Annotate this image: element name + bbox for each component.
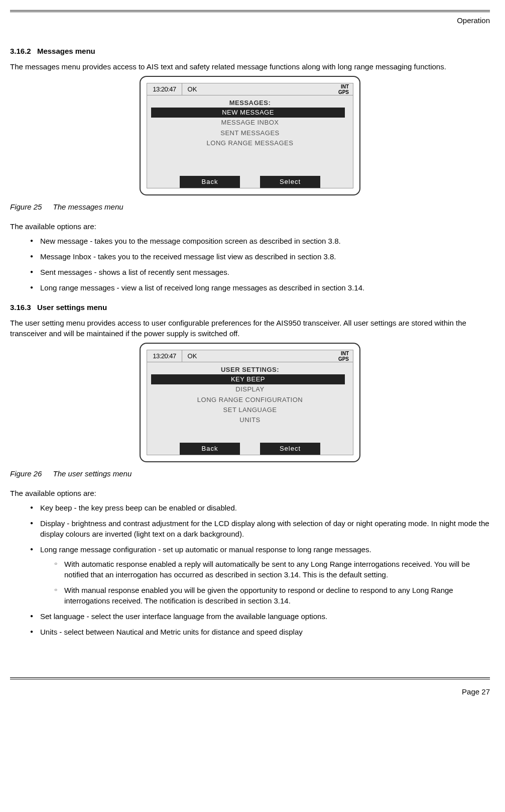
menu-title: USER SETTINGS: — [151, 365, 349, 374]
figure-25-caption: Figure 25 The messages menu — [10, 201, 490, 212]
footer-rule-1 — [10, 677, 490, 678]
device-frame: 13:20:47 OK INT GPS USER SETTINGS: KEY B… — [140, 343, 360, 462]
section-number: 3.16.2 — [10, 46, 31, 56]
menu-item-display[interactable]: DISPLAY — [151, 384, 349, 394]
device-frame: 13:20:47 OK INT GPS MESSAGES: NEW MESSAG… — [140, 76, 360, 195]
status-gps: INT GPS — [202, 83, 353, 95]
opt-long-range-messages: Long range messages - view a list of rec… — [30, 282, 490, 293]
menu-item-long-range-messages[interactable]: LONG RANGE MESSAGES — [151, 138, 349, 148]
status-ok: OK — [182, 83, 202, 95]
status-int: INT — [341, 351, 349, 356]
status-gps-label: GPS — [338, 89, 349, 95]
status-gps-label: GPS — [338, 356, 349, 362]
menu-item-units[interactable]: UNITS — [151, 415, 349, 425]
menu-item-new-message[interactable]: NEW MESSAGE — [151, 108, 345, 118]
back-button[interactable]: Back — [180, 443, 240, 455]
status-time: 13:20:47 — [147, 83, 182, 95]
status-time: 13:20:47 — [147, 350, 182, 362]
lcd-status-bar: 13:20:47 OK INT GPS — [147, 350, 353, 362]
long-range-sublist: With automatic response enabled a reply … — [40, 559, 490, 606]
footer-rule-2 — [10, 679, 490, 679]
menu-item-key-beep[interactable]: KEY BEEP — [151, 374, 345, 384]
opt-long-range-config: Long range message configuration - set u… — [30, 544, 490, 606]
status-int: INT — [341, 84, 349, 89]
options-intro-2: The available options are: — [10, 488, 490, 498]
back-button[interactable]: Back — [180, 176, 240, 188]
section-title: User settings menu — [37, 303, 107, 312]
opt-sent-messages: Sent messages - shows a list of recently… — [30, 267, 490, 277]
menu-item-message-inbox[interactable]: MESSAGE INBOX — [151, 118, 349, 128]
user-settings-intro: The user setting menu provides access to… — [10, 318, 490, 339]
opt-message-inbox: Message Inbox - takes you to the receive… — [30, 251, 490, 262]
section-number: 3.16.3 — [10, 302, 31, 313]
lcd-body: USER SETTINGS: KEY BEEP DISPLAY LONG RAN… — [147, 362, 353, 443]
figure-25-text: The messages menu — [53, 202, 123, 211]
opt-set-language: Set language - select the user interface… — [30, 611, 490, 622]
options-intro-1: The available options are: — [10, 221, 490, 232]
select-button[interactable]: Select — [260, 443, 320, 455]
section-heading-user-settings: 3.16.3 User settings menu — [10, 302, 490, 313]
figure-26-text: The user settings menu — [53, 469, 132, 478]
page-number: Page 27 — [10, 686, 490, 697]
menu-item-set-language[interactable]: SET LANGUAGE — [151, 405, 349, 415]
lcd-body: MESSAGES: NEW MESSAGE MESSAGE INBOX SENT… — [147, 95, 353, 176]
figure-26: 13:20:47 OK INT GPS USER SETTINGS: KEY B… — [10, 343, 490, 462]
options-list-1: New message - takes you to the message c… — [10, 236, 490, 293]
header-rule-1 — [10, 10, 490, 11]
lcd-screen: 13:20:47 OK INT GPS USER SETTINGS: KEY B… — [147, 350, 353, 455]
softkey-bar: Back Select — [147, 176, 353, 188]
running-header: Operation — [10, 15, 490, 26]
status-gps: INT GPS — [202, 350, 353, 362]
opt-new-message: New message - takes you to the message c… — [30, 236, 490, 246]
softkey-bar: Back Select — [147, 443, 353, 455]
opt-long-range-config-text: Long range message configuration - set u… — [40, 545, 371, 554]
figure-25-label: Figure 25 — [10, 202, 42, 211]
opt-display: Display - brightness and contrast adjust… — [30, 518, 490, 539]
header-rule-2 — [10, 12, 490, 12]
lcd-status-bar: 13:20:47 OK INT GPS — [147, 83, 353, 95]
menu-title: MESSAGES: — [151, 98, 349, 108]
figure-26-caption: Figure 26 The user settings menu — [10, 468, 490, 479]
figure-26-label: Figure 26 — [10, 469, 42, 478]
status-ok: OK — [182, 350, 202, 362]
lcd-screen: 13:20:47 OK INT GPS MESSAGES: NEW MESSAG… — [147, 83, 353, 188]
messages-intro: The messages menu provides access to AIS… — [10, 61, 490, 72]
select-button[interactable]: Select — [260, 176, 320, 188]
options-list-2: Key beep - the key press beep can be ena… — [10, 502, 490, 637]
sub-auto-response: With automatic response enabled a reply … — [54, 559, 490, 580]
opt-units: Units - select between Nautical and Metr… — [30, 627, 490, 637]
opt-key-beep: Key beep - the key press beep can be ena… — [30, 502, 490, 513]
section-title: Messages menu — [37, 47, 95, 55]
footer: Page 27 — [10, 677, 490, 697]
figure-25: 13:20:47 OK INT GPS MESSAGES: NEW MESSAG… — [10, 76, 490, 195]
section-heading-messages: 3.16.2 Messages menu — [10, 46, 490, 56]
menu-item-long-range-config[interactable]: LONG RANGE CONFIGURATION — [151, 395, 349, 405]
menu-item-sent-messages[interactable]: SENT MESSAGES — [151, 128, 349, 138]
sub-manual-response: With manual response enabled you will be… — [54, 585, 490, 606]
